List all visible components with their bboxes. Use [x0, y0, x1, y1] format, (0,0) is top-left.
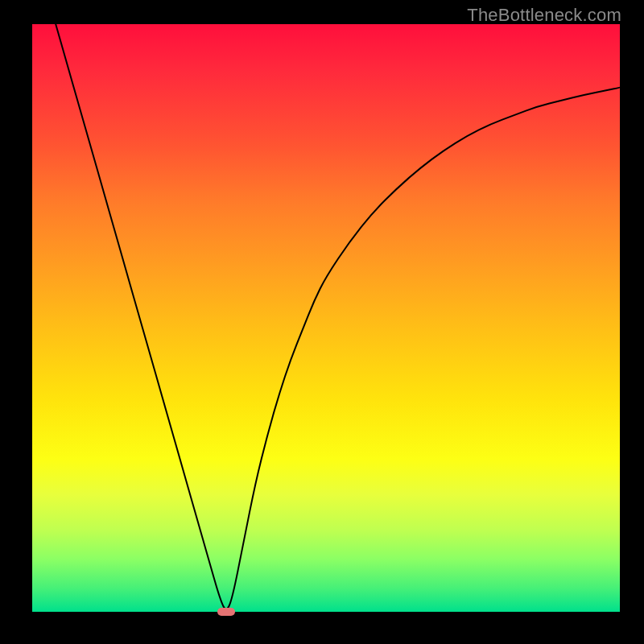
- chart-frame: TheBottleneck.com: [0, 0, 644, 644]
- plot-area: [32, 24, 620, 612]
- watermark-text: TheBottleneck.com: [467, 5, 621, 26]
- bottleneck-curve: [32, 24, 620, 612]
- minimum-marker: [217, 608, 235, 616]
